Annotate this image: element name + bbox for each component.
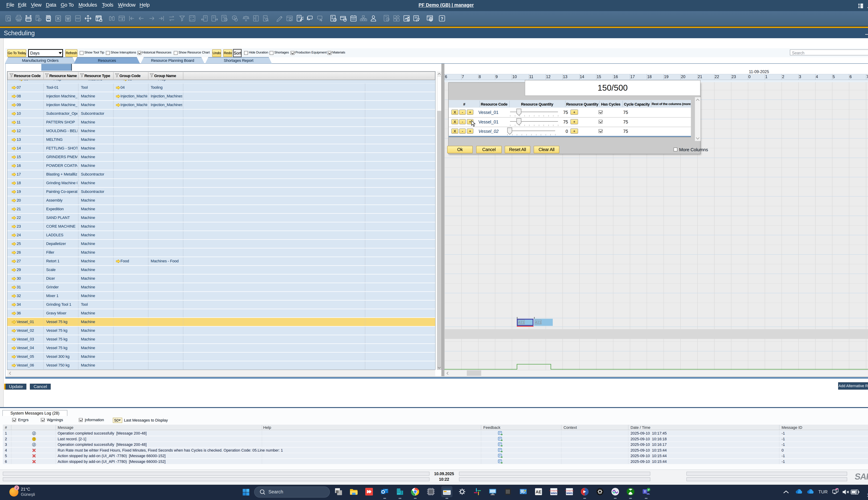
svg-text:$: $ (264, 17, 265, 19)
svg-text:AE: AE (536, 490, 541, 494)
svg-text:#CompuTec: #CompuTec (565, 490, 574, 492)
svg-text:?: ? (441, 16, 443, 21)
svg-text:#CompuTec: #CompuTec (549, 490, 558, 492)
svg-text:$: $ (408, 19, 409, 21)
svg-text:Z: Z (190, 19, 192, 21)
svg-text:$: $ (225, 19, 226, 21)
svg-text:$: $ (254, 17, 255, 20)
svg-text:WMS: WMS (566, 492, 573, 495)
svg-text:PDF: PDF (76, 18, 80, 20)
svg-text:T: T (644, 490, 646, 493)
svg-text:!: ! (34, 438, 35, 441)
svg-text:WMS: WMS (551, 492, 557, 495)
svg-text:A: A (190, 16, 192, 19)
svg-text:$: $ (234, 16, 235, 19)
